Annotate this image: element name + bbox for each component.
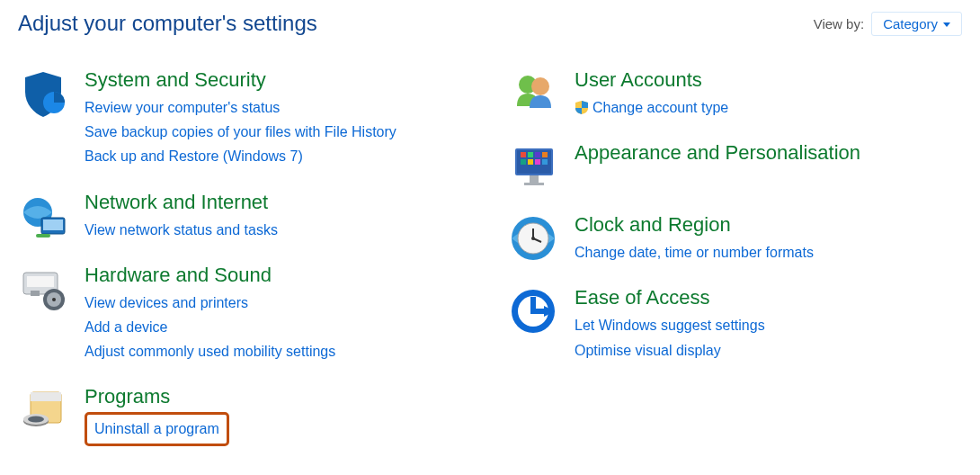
programs-icon xyxy=(18,385,68,435)
category-title-link[interactable]: Ease of Access xyxy=(575,286,962,309)
category-title-link[interactable]: Clock and Region xyxy=(575,213,962,237)
category-sublink[interactable]: Uninstall a program xyxy=(94,417,219,441)
ease-icon xyxy=(508,286,558,336)
view-by-label: View by: xyxy=(814,16,864,31)
category-sublink[interactable]: Adjust commonly used mobility settings xyxy=(85,339,472,363)
category-item: Ease of AccessLet Windows suggest settin… xyxy=(508,286,962,362)
category-title-link[interactable]: System and Security xyxy=(85,68,472,92)
category-sublink[interactable]: Change date, time or number formats xyxy=(575,240,962,264)
clock-icon xyxy=(508,213,558,264)
caret-down-icon xyxy=(943,22,950,27)
page-title: Adjust your computer's settings xyxy=(18,11,317,36)
category-item: Clock and RegionChange date, time or num… xyxy=(508,213,962,264)
shield-icon xyxy=(18,68,68,119)
category-title-link[interactable]: Appearance and Personalisation xyxy=(575,141,962,165)
category-item: System and SecurityReview your computer'… xyxy=(18,68,472,169)
category-item: Appearance and Personalisation xyxy=(508,141,962,192)
appearance-icon xyxy=(508,141,558,192)
category-sublink[interactable]: Back up and Restore (Windows 7) xyxy=(85,144,472,168)
category-sublink[interactable]: Save backup copies of your files with Fi… xyxy=(85,120,472,144)
category-sublink[interactable]: Let Windows suggest settings xyxy=(575,313,962,337)
category-title-link[interactable]: Programs xyxy=(85,385,472,408)
category-title-link[interactable]: Network and Internet xyxy=(85,191,472,214)
view-by-value: Category xyxy=(883,16,938,31)
category-sublink[interactable]: View devices and printers xyxy=(85,291,472,315)
category-item: Hardware and SoundView devices and print… xyxy=(18,264,472,364)
hardware-icon xyxy=(18,264,68,314)
category-sublink[interactable]: Add a device xyxy=(85,315,472,339)
highlight-box: Uninstall a program xyxy=(85,412,229,445)
category-item: ProgramsUninstall a program xyxy=(18,385,472,445)
category-item: Network and InternetView network status … xyxy=(18,191,472,242)
view-by-container: View by: Category xyxy=(814,12,962,36)
users-icon xyxy=(508,68,558,119)
view-by-select[interactable]: Category xyxy=(871,12,962,36)
category-item: User AccountsChange account type xyxy=(508,68,962,120)
category-sublink[interactable]: Optimise visual display xyxy=(575,338,962,363)
category-title-link[interactable]: Hardware and Sound xyxy=(85,264,472,287)
category-sublink[interactable]: Review your computer's status xyxy=(85,95,472,120)
network-icon xyxy=(18,191,68,241)
category-sublink[interactable]: Change account type xyxy=(575,95,962,120)
category-title-link[interactable]: User Accounts xyxy=(575,68,962,92)
uac-shield-icon xyxy=(575,97,589,112)
category-sublink[interactable]: View network status and tasks xyxy=(85,218,472,242)
